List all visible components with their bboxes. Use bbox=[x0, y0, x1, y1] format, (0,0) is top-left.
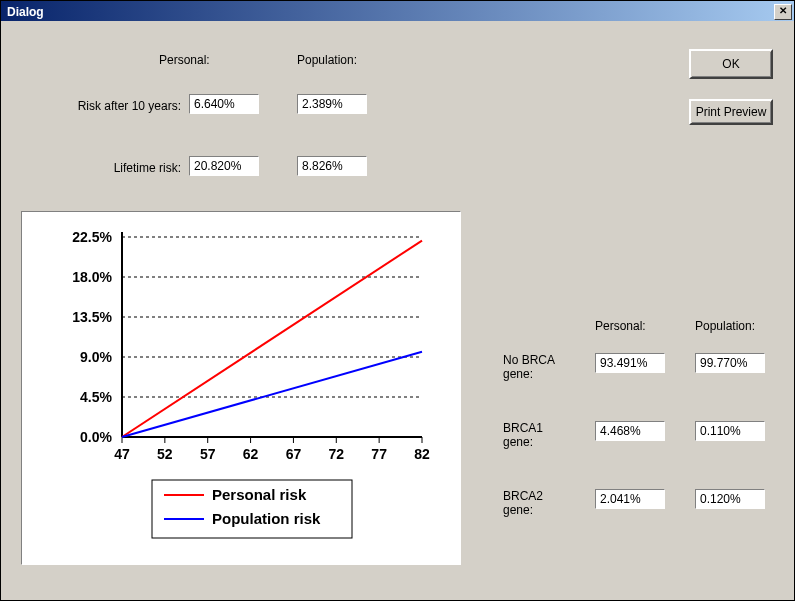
svg-text:4.5%: 4.5% bbox=[80, 389, 112, 405]
svg-text:Population risk: Population risk bbox=[212, 510, 321, 527]
row-lifetime-label: Lifetime risk: bbox=[21, 161, 181, 175]
svg-text:22.5%: 22.5% bbox=[72, 229, 112, 245]
ok-button[interactable]: OK bbox=[689, 49, 773, 79]
nobrca-personal-value: 93.491% bbox=[595, 353, 665, 373]
dialog-window: Dialog ✕ Personal: Population: Risk afte… bbox=[0, 0, 795, 601]
brca1-personal-value: 4.468% bbox=[595, 421, 665, 441]
svg-text:82: 82 bbox=[414, 446, 430, 462]
svg-text:Personal risk: Personal risk bbox=[212, 486, 307, 503]
risk-chart: 0.0%4.5%9.0%13.5%18.0%22.5%4752576267727… bbox=[21, 211, 461, 565]
risk10-population-value: 2.389% bbox=[297, 94, 367, 114]
titlebar: Dialog ✕ bbox=[1, 1, 794, 21]
header-population: Population: bbox=[297, 53, 367, 67]
brca2-personal-value: 2.041% bbox=[595, 489, 665, 509]
close-icon[interactable]: ✕ bbox=[774, 4, 792, 20]
svg-text:57: 57 bbox=[200, 446, 216, 462]
nobrca-label-text: No BRCAgene: bbox=[503, 353, 555, 381]
chart-svg: 0.0%4.5%9.0%13.5%18.0%22.5%4752576267727… bbox=[22, 212, 460, 564]
svg-text:72: 72 bbox=[328, 446, 344, 462]
svg-text:52: 52 bbox=[157, 446, 173, 462]
svg-text:47: 47 bbox=[114, 446, 130, 462]
lifetime-personal-value: 20.820% bbox=[189, 156, 259, 176]
brca1-label: BRCA1gene: bbox=[503, 421, 583, 449]
row-risk10-label: Risk after 10 years: bbox=[21, 99, 181, 113]
lifetime-population-value: 8.826% bbox=[297, 156, 367, 176]
brca1-population-value: 0.110% bbox=[695, 421, 765, 441]
svg-text:18.0%: 18.0% bbox=[72, 269, 112, 285]
brca1-label-text: BRCA1gene: bbox=[503, 421, 543, 449]
nobrca-label: No BRCAgene: bbox=[503, 353, 583, 381]
risk10-personal-value: 6.640% bbox=[189, 94, 259, 114]
brca2-label-text: BRCA2gene: bbox=[503, 489, 543, 517]
svg-text:67: 67 bbox=[286, 446, 302, 462]
svg-text:9.0%: 9.0% bbox=[80, 349, 112, 365]
title-text: Dialog bbox=[7, 5, 44, 19]
header-personal: Personal: bbox=[159, 53, 219, 67]
print-preview-button[interactable]: Print Preview bbox=[689, 99, 773, 125]
brca2-label: BRCA2gene: bbox=[503, 489, 583, 517]
svg-text:62: 62 bbox=[243, 446, 259, 462]
gene-header-population: Population: bbox=[695, 319, 765, 333]
gene-header-personal: Personal: bbox=[595, 319, 655, 333]
svg-text:0.0%: 0.0% bbox=[80, 429, 112, 445]
svg-text:13.5%: 13.5% bbox=[72, 309, 112, 325]
brca2-population-value: 0.120% bbox=[695, 489, 765, 509]
svg-text:77: 77 bbox=[371, 446, 387, 462]
nobrca-population-value: 99.770% bbox=[695, 353, 765, 373]
dialog-body: Personal: Population: Risk after 10 year… bbox=[1, 21, 794, 600]
